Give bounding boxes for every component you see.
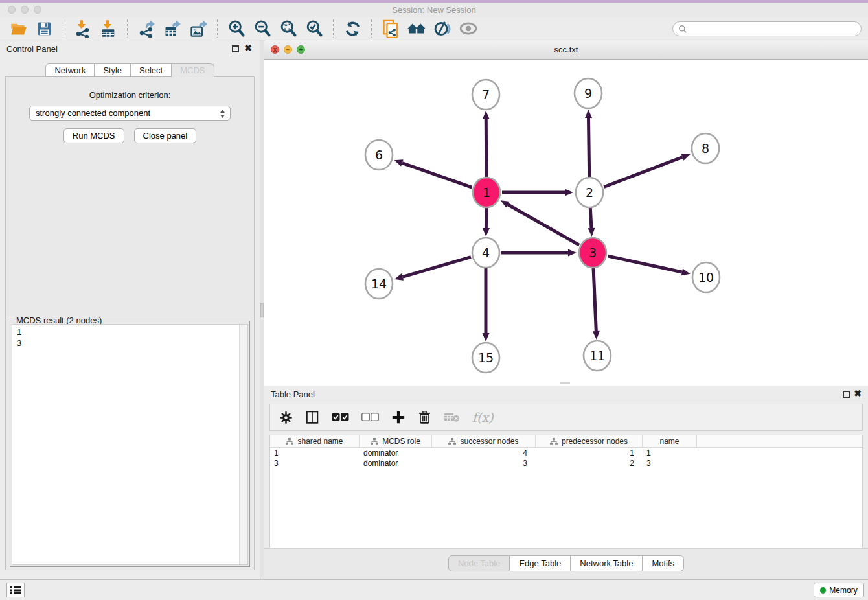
cell-name[interactable]: 3 [643, 458, 697, 468]
close-panel-button[interactable]: Close panel [134, 128, 197, 143]
export-network-icon[interactable] [137, 19, 156, 38]
cell-successor-nodes[interactable]: 3 [432, 458, 536, 468]
float-panel-icon[interactable] [232, 45, 239, 52]
graph-edge-3-11[interactable] [593, 268, 596, 331]
zoom-fit-icon[interactable] [279, 19, 298, 38]
column-header-mcds-role[interactable]: MCDS role [360, 435, 432, 447]
memory-status-icon [820, 587, 826, 594]
cell-mcds-role[interactable]: dominator [360, 448, 432, 458]
panel-splitter[interactable] [260, 40, 264, 579]
cell-shared-name[interactable]: 1 [270, 448, 360, 458]
cell-successor-nodes[interactable]: 4 [432, 448, 536, 458]
task-history-button[interactable] [6, 583, 25, 597]
tab-select[interactable]: Select [131, 63, 172, 77]
graph-node-label: 6 [375, 148, 383, 162]
tab-node-table[interactable]: Node Table [448, 555, 510, 571]
float-table-panel-icon[interactable] [843, 391, 850, 398]
run-mcds-button[interactable]: Run MCDS [63, 128, 124, 143]
tab-edge-table[interactable]: Edge Table [510, 555, 571, 571]
zoom-out-icon[interactable] [253, 19, 272, 38]
column-type-icon [371, 438, 378, 445]
mcds-result-list[interactable]: 1 3 [12, 324, 248, 565]
search-box[interactable] [672, 21, 862, 36]
hide-glasses-icon[interactable] [433, 19, 452, 38]
mcds-panel: Optimization criterion: strongly connect… [5, 76, 255, 570]
optimization-criterion-select[interactable]: strongly connected component [29, 106, 231, 121]
table-settings-gear-icon[interactable] [279, 411, 293, 424]
column-header-predecessor-nodes[interactable]: predecessor nodes [536, 435, 643, 447]
new-network-file-icon[interactable] [381, 19, 400, 38]
node-table[interactable]: shared name MCDS role successor nodes pr… [269, 435, 863, 548]
graph-edge-arrowhead [681, 154, 691, 160]
mcds-result-group: MCDS result (2 nodes) 1 3 [10, 321, 250, 567]
graph-edge-arrowhead [588, 228, 595, 237]
cell-predecessor-nodes[interactable]: 1 [536, 448, 643, 458]
memory-label: Memory [829, 586, 857, 595]
cell-mcds-role[interactable]: dominator [360, 458, 432, 468]
tab-network-table[interactable]: Network Table [571, 555, 643, 571]
save-icon[interactable] [34, 19, 54, 38]
graph-node-label: 11 [589, 349, 605, 363]
export-image-icon[interactable] [188, 19, 208, 38]
close-panel-icon[interactable]: ✖ [244, 43, 252, 53]
apply-layout-icon[interactable] [343, 19, 362, 38]
network-resize-grip[interactable] [560, 382, 570, 384]
column-header-name[interactable]: name [643, 435, 697, 447]
import-network-icon[interactable] [73, 19, 92, 38]
clear-checkboxes-icon[interactable] [361, 413, 379, 422]
home-icon[interactable] [407, 19, 426, 38]
export-table-icon[interactable] [163, 19, 182, 38]
tab-motifs[interactable]: Motifs [643, 555, 684, 571]
graph-edge-2-8[interactable] [604, 157, 682, 187]
graph-edge-2-3[interactable] [590, 208, 591, 228]
control-panel-title: Control Panel [6, 44, 58, 54]
tab-network[interactable]: Network [45, 63, 95, 77]
column-header-shared-name[interactable]: shared name [270, 435, 360, 447]
table-row[interactable]: 3 dominator 3 2 3 [270, 458, 862, 468]
graph-edge-3-10[interactable] [608, 256, 681, 272]
add-column-plus-icon[interactable] [391, 410, 405, 424]
table-row[interactable]: 1 dominator 4 1 1 [270, 448, 862, 458]
close-table-panel-icon[interactable]: ✖ [854, 388, 862, 398]
cell-shared-name[interactable]: 3 [270, 458, 360, 468]
graph-edge-4-14[interactable] [402, 257, 470, 277]
result-scrollbar[interactable] [239, 325, 247, 564]
search-input[interactable] [687, 22, 861, 36]
tab-mcds[interactable]: MCDS [172, 63, 214, 77]
import-table-icon[interactable] [98, 19, 118, 38]
mcds-result-item: 1 [17, 327, 234, 338]
splitter-grip[interactable] [260, 303, 264, 317]
optimization-criterion-value: strongly connected component [36, 108, 150, 118]
graph-edge-1-7[interactable] [486, 119, 486, 177]
main-toolbar [0, 17, 868, 40]
delete-column-trash-icon[interactable] [418, 410, 431, 424]
memory-button[interactable]: Memory [814, 583, 864, 597]
tab-style[interactable]: Style [95, 63, 131, 77]
zoom-selected-icon[interactable] [304, 19, 324, 38]
graph-edge-1-6[interactable] [402, 163, 472, 188]
select-all-checkboxes-icon[interactable] [332, 413, 349, 422]
open-folder-icon[interactable] [8, 19, 28, 38]
column-header-successor-nodes[interactable]: successor nodes [432, 435, 536, 447]
zoom-in-icon[interactable] [227, 19, 246, 38]
titlebar: Session: New Session [0, 3, 868, 17]
network-canvas[interactable]: 7968124314101511 [264, 60, 868, 386]
split-columns-icon[interactable] [305, 410, 319, 424]
table-panel-header: Table Panel ✖ [264, 386, 868, 402]
network-window-title: scc.txt [264, 45, 868, 54]
graph-node-label: 4 [482, 246, 490, 260]
graph-edge-arrowhead [565, 189, 573, 196]
graph-node-label: 10 [698, 270, 714, 284]
graph-edge-2-9[interactable] [588, 118, 589, 177]
delete-table-icon[interactable] [444, 412, 460, 422]
cell-name[interactable]: 1 [643, 448, 697, 458]
function-builder-icon[interactable]: f(x) [472, 410, 494, 424]
optimization-criterion-label: Optimization criterion: [6, 90, 254, 100]
graph-edge-arrowhead [483, 111, 490, 119]
show-eye-icon[interactable] [459, 19, 478, 38]
column-type-icon [448, 438, 456, 445]
graph-edge-3-1[interactable] [508, 205, 579, 245]
application-window: Session: New Session [0, 0, 868, 600]
graph-edge-arrowhead [585, 110, 592, 118]
cell-predecessor-nodes[interactable]: 2 [536, 458, 643, 468]
